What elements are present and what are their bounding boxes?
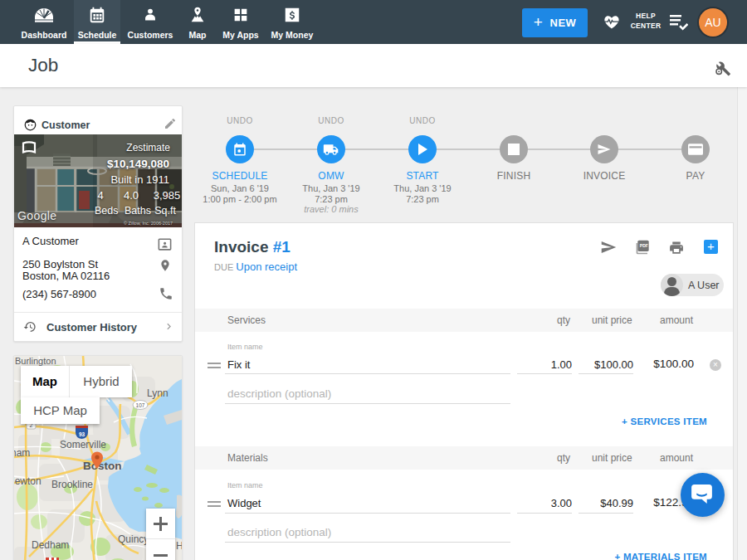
svg-text:Somerville: Somerville <box>60 439 106 450</box>
svg-text:Dedham: Dedham <box>32 539 69 551</box>
svg-text:93: 93 <box>79 431 85 437</box>
svg-text:Burlington: Burlington <box>15 356 56 366</box>
svg-text:Quincy: Quincy <box>118 533 149 545</box>
svg-text:107: 107 <box>136 402 145 408</box>
svg-text:Lynn: Lynn <box>147 387 168 399</box>
svg-text:Hi: Hi <box>176 540 182 552</box>
svg-text:PDF: PDF <box>640 243 648 248</box>
svg-text:Brookline: Brookline <box>51 479 93 490</box>
svg-text:Newton: Newton <box>14 475 42 487</box>
svg-text:ham: ham <box>14 447 30 459</box>
svg-text:Boston: Boston <box>83 460 122 472</box>
